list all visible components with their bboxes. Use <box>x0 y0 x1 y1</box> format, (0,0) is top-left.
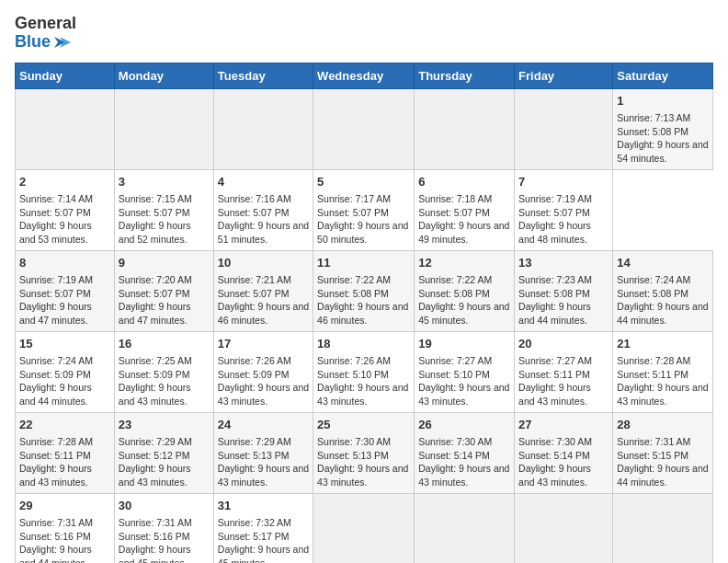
weekday-header-friday: Friday <box>515 63 613 88</box>
weekday-header-wednesday: Wednesday <box>313 63 415 88</box>
calendar-day-2: 2Sunrise: 7:14 AMSunset: 5:07 PMDaylight… <box>16 169 115 250</box>
calendar-day-18: 18Sunrise: 7:26 AMSunset: 5:10 PMDayligh… <box>313 331 415 412</box>
calendar-day-14: 14Sunrise: 7:24 AMSunset: 5:08 PMDayligh… <box>613 250 713 331</box>
calendar-row: 2Sunrise: 7:14 AMSunset: 5:07 PMDaylight… <box>16 169 713 250</box>
empty-cell <box>415 88 515 169</box>
weekday-header-saturday: Saturday <box>613 63 713 88</box>
calendar-day-27: 27Sunrise: 7:30 AMSunset: 5:14 PMDayligh… <box>515 412 613 493</box>
empty-cell <box>515 493 613 563</box>
calendar-day-13: 13Sunrise: 7:23 AMSunset: 5:08 PMDayligh… <box>515 250 613 331</box>
calendar-day-28: 28Sunrise: 7:31 AMSunset: 5:15 PMDayligh… <box>613 412 713 493</box>
empty-cell <box>114 88 213 169</box>
calendar-day-17: 17Sunrise: 7:26 AMSunset: 5:09 PMDayligh… <box>213 331 313 412</box>
calendar-row: 8Sunrise: 7:19 AMSunset: 5:07 PMDaylight… <box>16 250 713 331</box>
calendar-day-23: 23Sunrise: 7:29 AMSunset: 5:12 PMDayligh… <box>114 412 213 493</box>
calendar-day-31: 31Sunrise: 7:32 AMSunset: 5:17 PMDayligh… <box>213 493 313 563</box>
calendar-day-8: 8Sunrise: 7:19 AMSunset: 5:07 PMDaylight… <box>16 250 115 331</box>
weekday-header-thursday: Thursday <box>415 63 515 88</box>
calendar-header-row: SundayMondayTuesdayWednesdayThursdayFrid… <box>16 63 713 88</box>
calendar-day-6: 6Sunrise: 7:18 AMSunset: 5:07 PMDaylight… <box>415 169 515 250</box>
calendar-day-10: 10Sunrise: 7:21 AMSunset: 5:07 PMDayligh… <box>213 250 313 331</box>
calendar-row: 22Sunrise: 7:28 AMSunset: 5:11 PMDayligh… <box>16 412 713 493</box>
logo-text: General Blue <box>15 15 76 52</box>
empty-cell <box>16 88 115 169</box>
calendar-day-5: 5Sunrise: 7:17 AMSunset: 5:07 PMDaylight… <box>313 169 415 250</box>
calendar-day-1: 1Sunrise: 7:13 AMSunset: 5:08 PMDaylight… <box>613 88 713 169</box>
weekday-header-sunday: Sunday <box>16 63 115 88</box>
calendar-day-26: 26Sunrise: 7:30 AMSunset: 5:14 PMDayligh… <box>415 412 515 493</box>
calendar-day-3: 3Sunrise: 7:15 AMSunset: 5:07 PMDaylight… <box>114 169 213 250</box>
calendar-day-4: 4Sunrise: 7:16 AMSunset: 5:07 PMDaylight… <box>213 169 313 250</box>
calendar-table: SundayMondayTuesdayWednesdayThursdayFrid… <box>15 63 713 563</box>
calendar-day-30: 30Sunrise: 7:31 AMSunset: 5:16 PMDayligh… <box>114 493 213 563</box>
weekday-header-monday: Monday <box>114 63 213 88</box>
calendar-day-21: 21Sunrise: 7:28 AMSunset: 5:11 PMDayligh… <box>613 331 713 412</box>
calendar-day-20: 20Sunrise: 7:27 AMSunset: 5:11 PMDayligh… <box>515 331 613 412</box>
calendar-day-12: 12Sunrise: 7:22 AMSunset: 5:08 PMDayligh… <box>415 250 515 331</box>
empty-cell <box>313 88 415 169</box>
logo-general: General <box>15 15 76 33</box>
calendar-day-25: 25Sunrise: 7:30 AMSunset: 5:13 PMDayligh… <box>313 412 415 493</box>
calendar-day-16: 16Sunrise: 7:25 AMSunset: 5:09 PMDayligh… <box>114 331 213 412</box>
empty-cell <box>515 88 613 169</box>
calendar-day-29: 29Sunrise: 7:31 AMSunset: 5:16 PMDayligh… <box>16 493 115 563</box>
weekday-header-tuesday: Tuesday <box>213 63 313 88</box>
calendar-day-11: 11Sunrise: 7:22 AMSunset: 5:08 PMDayligh… <box>313 250 415 331</box>
calendar-day-22: 22Sunrise: 7:28 AMSunset: 5:11 PMDayligh… <box>16 412 115 493</box>
empty-cell <box>415 493 515 563</box>
logo: General Blue <box>15 15 76 52</box>
calendar-row: 1Sunrise: 7:13 AMSunset: 5:08 PMDaylight… <box>16 88 713 169</box>
empty-cell <box>313 493 415 563</box>
calendar-day-7: 7Sunrise: 7:19 AMSunset: 5:07 PMDaylight… <box>515 169 613 250</box>
page-header: General Blue <box>15 15 713 52</box>
logo-arrow-icon <box>52 33 71 52</box>
empty-cell <box>613 493 713 563</box>
calendar-row: 15Sunrise: 7:24 AMSunset: 5:09 PMDayligh… <box>16 331 713 412</box>
calendar-row: 29Sunrise: 7:31 AMSunset: 5:16 PMDayligh… <box>16 493 713 563</box>
calendar-day-19: 19Sunrise: 7:27 AMSunset: 5:10 PMDayligh… <box>415 331 515 412</box>
calendar-day-15: 15Sunrise: 7:24 AMSunset: 5:09 PMDayligh… <box>16 331 115 412</box>
empty-cell <box>213 88 313 169</box>
logo-blue: Blue <box>15 33 71 52</box>
calendar-day-24: 24Sunrise: 7:29 AMSunset: 5:13 PMDayligh… <box>213 412 313 493</box>
calendar-day-9: 9Sunrise: 7:20 AMSunset: 5:07 PMDaylight… <box>114 250 213 331</box>
